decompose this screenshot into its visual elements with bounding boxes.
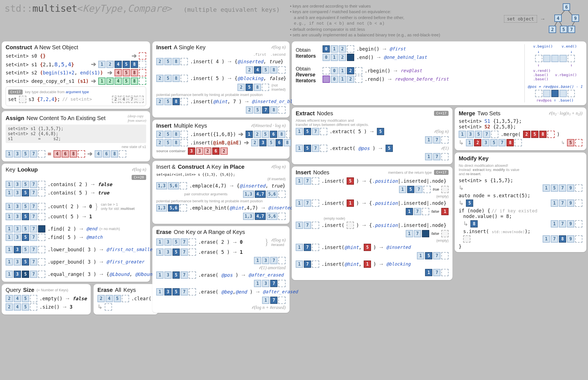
tree-node: 4 (554, 15, 562, 22)
code-block: set<int> s1 {1,3,5,7}; set<int> s2 {4,6,… (6, 125, 146, 143)
tpl-sep: , (122, 3, 127, 14)
title: std::multiset<KeyType,Compare> (multiple… (2, 2, 283, 15)
set-object-chip: set object (504, 15, 537, 23)
panel-insert-nodes: Insert Nodes members of the return type … (292, 166, 452, 280)
tpl-open: < (77, 3, 83, 14)
tree-node: 7 (568, 26, 575, 33)
panel-erase: Erase One Key or A Range of Keys 1357 .e… (152, 226, 290, 313)
panel-iterators: Obtain Iterators 012 .begin()→@first 012… (292, 41, 586, 105)
panel-extract-nodes: Extract Nodes C++17 Allows efficient key… (292, 107, 452, 164)
panel-insert-single: Insert A Single Key 𝒪(log n) .first .sec… (152, 41, 290, 118)
panel-insert-multi: Insert Multiple Keys 𝒪(#inserted · log n… (152, 120, 290, 159)
panel-modify-key: Modify Key No direct modification allowe… (455, 153, 586, 252)
cpp17-chip: C++17 (8, 90, 23, 95)
subtitle: (multiple equivalent keys) (183, 6, 280, 13)
panel-merge: Merge Two Sets 𝒪(n₂ · log(n₁ + n₂)) set<… (455, 107, 586, 150)
tpl-close: > (167, 3, 172, 14)
title-name: multiset (32, 3, 77, 14)
tree-graphic: set object → 6 4 9 2 5 7 (502, 2, 586, 36)
title-prefix: std:: (4, 3, 32, 14)
iterator-diagram: v.begin() v.end() ↓ ↓ ↑ ↑ v.rend() .base… (524, 44, 582, 102)
bullet: sets are usually implemented as a balanc… (290, 32, 495, 38)
panel-construct: Construct A New Set Object set<int> s0 {… (2, 41, 150, 109)
bullet-list: keys are ordered according to their valu… (288, 2, 497, 40)
tree-node: 6 (563, 3, 570, 11)
panel-query-size: Query Size (= Number of Keys) 245 .empty… (2, 284, 91, 315)
header: std::multiset<KeyType,Compare> (multiple… (2, 2, 586, 40)
tpl-cmp: Compare (127, 3, 167, 14)
bullet: keys are ordered according to their valu… (290, 3, 495, 9)
panel-erase-all: Erase All Keys 245 .clear() ↳ (94, 284, 158, 315)
panel-emplace: Insert & Construct A Key in Place 𝒪(log … (152, 161, 290, 224)
tree-node: 2 (549, 26, 556, 33)
tpl-key: KeyType (83, 3, 122, 14)
bullet: keys are compared / matched based on equ… (290, 9, 495, 27)
tree-node: 9 (572, 15, 579, 22)
panel-lookup: Key Lookup 𝒪(log n) C++20 1357 .contains… (2, 164, 150, 282)
bullet: default ordering comparator is std::less (290, 27, 495, 32)
tree-node: 5 (560, 26, 567, 33)
panel-assign: Assign New Content To An Existing Set (d… (2, 111, 150, 161)
